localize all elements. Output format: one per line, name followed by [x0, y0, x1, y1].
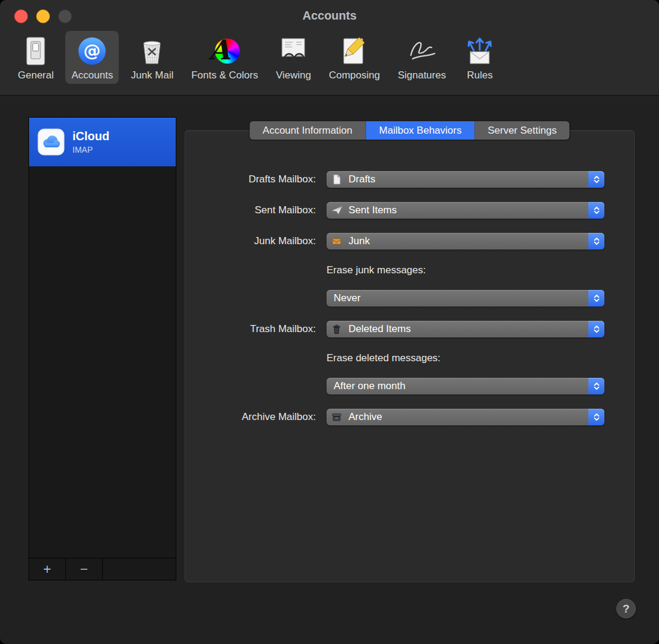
sidebar-footer: + − — [29, 558, 176, 580]
toolbar-item-fonts-colors[interactable]: A Fonts & Colors — [185, 31, 264, 84]
paper-plane-icon — [331, 204, 343, 216]
toolbar-label: Rules — [467, 70, 492, 81]
sent-mailbox-label: Sent Mailbox: — [137, 204, 316, 217]
toolbar-item-general[interactable]: General — [12, 31, 59, 84]
popup-value: Deleted Items — [348, 323, 411, 335]
popup-value: Never — [334, 292, 360, 304]
erase-deleted-popup[interactable]: After one month — [327, 378, 604, 394]
toolbar-label: Fonts & Colors — [191, 70, 258, 81]
trash-mailbox-label: Trash Mailbox: — [137, 323, 316, 336]
toolbar-label: General — [18, 70, 53, 81]
archive-mailbox-label: Archive Mailbox: — [137, 411, 316, 424]
popup-value: Drafts — [348, 173, 375, 185]
erase-junk-label: Erase junk messages: — [327, 264, 426, 277]
tab-mailbox-behaviors[interactable]: Mailbox Behaviors — [366, 121, 475, 140]
toolbar-item-rules[interactable]: Rules — [458, 31, 502, 84]
account-name: iCloud — [72, 130, 109, 143]
popup-stepper-icon — [588, 202, 604, 219]
mail-preferences-window: Accounts General — [0, 0, 659, 644]
toolbar-label: Composing — [329, 70, 380, 81]
page-pencil-icon — [340, 34, 369, 68]
archive-mailbox-popup[interactable]: Archive — [327, 409, 604, 425]
popup-stepper-icon — [588, 321, 604, 337]
erase-junk-popup[interactable]: Never — [327, 290, 604, 307]
letter-a-rainbow-icon: A — [208, 34, 240, 68]
remove-account-button[interactable]: − — [66, 558, 103, 580]
wire-basket-icon — [137, 34, 167, 68]
trash-mailbox-popup[interactable]: Deleted Items — [327, 321, 604, 337]
light-switch-icon — [21, 34, 50, 68]
junk-mailbox-label: Junk Mailbox: — [137, 235, 316, 248]
window-title: Accounts — [0, 9, 659, 23]
tab-account-information[interactable]: Account Information — [249, 121, 366, 140]
toolbar-label: Junk Mail — [131, 70, 173, 81]
toolbar-item-junk-mail[interactable]: Junk Mail — [125, 31, 179, 84]
preferences-toolbar: General @ Accounts — [12, 31, 653, 84]
popup-stepper-icon — [588, 171, 604, 188]
toolbar-item-viewing[interactable]: Viewing — [270, 31, 317, 84]
toolbar-label: Accounts — [71, 70, 113, 81]
toolbar-item-signatures[interactable]: Signatures — [392, 31, 452, 84]
svg-text:@: @ — [84, 40, 101, 61]
popup-stepper-icon — [588, 409, 604, 425]
popup-value: Sent Items — [348, 204, 397, 216]
drafts-mailbox-popup[interactable]: Drafts — [327, 171, 604, 188]
popup-stepper-icon — [588, 378, 604, 394]
erase-deleted-label: Erase deleted messages: — [327, 352, 441, 365]
popup-stepper-icon — [588, 233, 604, 250]
at-sign-icon: @ — [77, 34, 107, 68]
popup-stepper-icon — [588, 290, 604, 307]
account-protocol: IMAP — [72, 145, 109, 154]
accounts-sidebar: iCloud IMAP + − — [28, 117, 176, 580]
toolbar-item-composing[interactable]: Composing — [323, 31, 386, 84]
archive-box-icon — [331, 411, 343, 423]
junk-mailbox-popup[interactable]: Junk — [327, 233, 604, 250]
toolbar-item-accounts[interactable]: @ Accounts — [65, 31, 119, 84]
icloud-icon — [37, 128, 65, 156]
envelope-arrows-icon — [464, 34, 496, 68]
trash-can-icon — [331, 323, 343, 335]
drafts-mailbox-label: Drafts Mailbox: — [137, 173, 316, 186]
sent-mailbox-popup[interactable]: Sent Items — [327, 202, 604, 219]
envelope-glasses-icon — [277, 34, 309, 68]
tab-server-settings[interactable]: Server Settings — [474, 121, 569, 140]
add-account-button[interactable]: + — [29, 558, 66, 580]
popup-value: Junk — [348, 235, 370, 247]
account-list-item-icloud[interactable]: iCloud IMAP — [29, 118, 176, 166]
help-button[interactable]: ? — [616, 599, 636, 618]
toolbar-label: Viewing — [276, 70, 311, 81]
window-chrome: Accounts General — [0, 0, 659, 96]
toolbar-label: Signatures — [398, 70, 446, 81]
popup-value: After one month — [334, 380, 405, 392]
account-text: iCloud IMAP — [72, 130, 109, 154]
signature-scribble-icon — [405, 34, 439, 68]
junk-envelope-icon — [331, 235, 343, 247]
serif-a-glyph: A — [208, 34, 230, 66]
settings-tab-bar: Account Information Mailbox Behaviors Se… — [249, 121, 569, 140]
popup-value: Archive — [348, 411, 382, 423]
drafts-document-icon — [331, 173, 343, 185]
